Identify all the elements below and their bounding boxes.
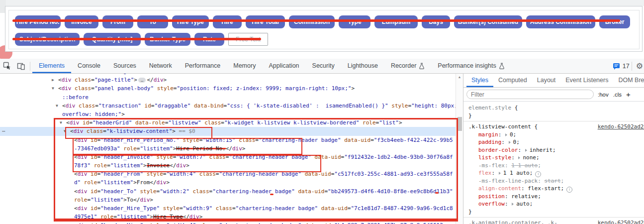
code-line[interactable]: ▼<div class="panel panel-body" style="po… — [0, 84, 456, 93]
tab-sources[interactable]: Sources — [107, 59, 143, 73]
column-badge[interactable]: Hire Type — [172, 15, 209, 28]
styles-filter-input[interactable] — [466, 90, 594, 99]
code-line[interactable]: -73467edb093a" role="listitem">Hire Peri… — [0, 144, 456, 153]
column-badge[interactable]: Bunker Type — [145, 33, 190, 46]
tab-application[interactable]: Application — [262, 59, 305, 73]
css-declaration[interactable]: -ms-flex-line-pack: start; — [463, 177, 644, 185]
tab-performance-insights[interactable]: Performance insights — [431, 59, 511, 73]
tab-console[interactable]: Console — [71, 59, 107, 73]
column-badge[interactable]: Bunker(s) Consumed — [454, 15, 522, 28]
tab-recorder[interactable]: Recorder — [384, 59, 431, 73]
sidebar-tab-layout[interactable]: Layout — [532, 73, 561, 87]
expand-inline-button[interactable]: … — [138, 78, 146, 83]
css-selector-line[interactable]: element.style { — [463, 104, 644, 112]
column-badge[interactable]: Lumpsum — [374, 15, 418, 28]
code-line[interactable]: role="listitem">To</div> — [0, 196, 456, 204]
scrollbar-up-arrow[interactable]: ▲ — [456, 73, 463, 79]
new-style-rule-button[interactable]: + — [626, 90, 631, 99]
code-line[interactable]: ▼<div class="transaction" id="draggable"… — [0, 102, 456, 110]
stylesheet-link[interactable]: kendo-62502ad28 — [598, 219, 644, 224]
code-line[interactable]: 78f3" role="listitem">Invoice</div> — [0, 161, 456, 170]
elements-tree-panel[interactable]: <div class="chartering" id="transactiona… — [0, 73, 456, 224]
code-line[interactable]: 4975e1" role="listitem">Hire Type</div> — [0, 213, 456, 221]
column-badge[interactable]: Type — [339, 15, 370, 28]
column-badge[interactable]: Subject/Description — [15, 33, 80, 46]
code-line[interactable]: <div id="header_Hire" style="width:4" cl… — [0, 221, 456, 224]
tab-security[interactable]: Security — [306, 59, 341, 73]
scrollbar-thumb[interactable] — [458, 117, 462, 131]
tab-elements[interactable]: Elements — [32, 59, 71, 73]
tab-lighthouse[interactable]: Lighthouse — [341, 59, 384, 73]
css-declaration[interactable]: position: relative; — [463, 193, 644, 201]
code-line[interactable]: <div id="header_Hire_Type" style="width:… — [0, 204, 456, 213]
elements-scrollbar[interactable]: ▲ — [456, 73, 463, 224]
code-line[interactable]: d" role="listitem">From</div> — [0, 178, 456, 187]
expand-triangle-icon[interactable] — [518, 156, 520, 159]
column-badge[interactable]: Hire Period No. — [15, 15, 61, 28]
css-selector-line[interactable]: .k-listview-content {kendo-62502ad28 — [463, 123, 644, 131]
expand-triangle-icon[interactable] — [499, 172, 501, 175]
code-line[interactable]: <div id="header_Invoice" style="width:7"… — [0, 153, 456, 161]
element-classes-toggle[interactable]: .cls — [613, 92, 622, 98]
css-selector-line[interactable]: .k-animation-container, .k-kendo-62502ad… — [463, 219, 644, 224]
column-badge[interactable]: Days — [422, 15, 450, 28]
sidebar-tab-computed[interactable]: Computed — [493, 73, 532, 87]
expand-triangle-icon[interactable] — [509, 141, 511, 144]
column-badge[interactable]: Hire Total — [246, 15, 285, 28]
css-selector-line[interactable]: } — [463, 112, 644, 120]
css-declaration[interactable]: margin: 0; — [463, 131, 644, 139]
console-messages-icon[interactable] — [613, 63, 620, 70]
code-line[interactable]: ::before — [0, 93, 456, 102]
info-icon[interactable]: i — [535, 171, 541, 177]
expanded-arrow-icon[interactable]: ▼ — [64, 127, 70, 135]
column-badge[interactable]: Quantity [mts] — [84, 33, 141, 46]
devtools-tab-strip: ElementsConsoleSourcesNetworkPerformance… — [32, 59, 511, 73]
css-declaration[interactable]: padding: 0; — [463, 138, 644, 146]
sidebar-tab-event-listeners[interactable]: Event Listeners — [560, 73, 613, 87]
code-line[interactable]: <div id="header_Hire_Period_No." style="… — [0, 136, 456, 144]
css-declaration[interactable]: -ms-flex: 1 1 auto; — [463, 162, 644, 170]
expanded-arrow-icon[interactable]: ▼ — [60, 118, 66, 127]
tab-performance[interactable]: Performance — [179, 59, 227, 73]
stylesheet-link[interactable]: kendo-62502ad28 — [598, 123, 644, 131]
sidebar-tab-styles[interactable]: Styles — [466, 73, 493, 87]
expand-triangle-icon[interactable] — [525, 149, 527, 152]
column-badge[interactable]: Address Commission — [526, 15, 595, 28]
expand-triangle-icon[interactable] — [512, 203, 514, 206]
column-badge[interactable]: Rate — [194, 33, 224, 46]
column-badge[interactable]: Free Text — [228, 33, 268, 46]
column-badge[interactable]: Broker — [599, 15, 630, 28]
code-line[interactable]: <div id="header_To" style="width:2" clas… — [0, 187, 456, 196]
column-badge[interactable]: Invoice — [65, 15, 98, 28]
css-declaration[interactable]: align-content: flex-start;i — [463, 185, 644, 193]
column-badge[interactable]: From — [102, 15, 133, 28]
code-line[interactable]: ⋯▼<div class="k-listview-content"> == $0 — [0, 127, 456, 135]
column-badge[interactable]: Hire — [213, 15, 242, 28]
column-badge[interactable]: To — [137, 15, 168, 28]
tab-memory[interactable]: Memory — [227, 59, 262, 73]
devtools-toolbar: ElementsConsoleSourcesNetworkPerformance… — [0, 59, 644, 74]
code-line[interactable]: ▼<div id="headerGrid" data-role="listvie… — [0, 118, 456, 127]
device-toolbar-icon[interactable] — [14, 59, 28, 73]
css-declaration[interactable]: flex: 1 1 auto;i — [463, 169, 644, 177]
gutter-ellipsis[interactable]: ⋯ — [2, 127, 5, 135]
pseudo-state-toggle[interactable]: :hov — [598, 92, 609, 98]
settings-gear-icon[interactable]: ⚙ — [636, 61, 643, 71]
expand-triangle-icon[interactable] — [505, 133, 507, 136]
console-summary[interactable]: 17 — [613, 63, 630, 70]
tab-network[interactable]: Network — [143, 59, 179, 73]
expanded-arrow-icon[interactable]: ▼ — [52, 84, 58, 93]
css-declaration[interactable]: border-color: inherit; — [463, 146, 644, 154]
sidebar-tab-dom-breakpoints[interactable]: DOM Breakpoints — [613, 73, 644, 87]
css-declaration[interactable]: overflow: auto; — [463, 200, 644, 208]
code-line[interactable]: <div id="header_From" style="width:4" cl… — [0, 170, 456, 178]
code-line[interactable]: ▶<div class="page-title">…</div> — [0, 76, 456, 84]
code-line[interactable]: overflow: hidden;"> — [0, 110, 456, 118]
css-selector-line[interactable]: } — [463, 208, 644, 216]
column-badge[interactable]: Commission — [289, 15, 335, 28]
inspect-icon[interactable] — [0, 59, 14, 73]
info-icon[interactable]: i — [566, 187, 572, 193]
collapsed-arrow-icon[interactable]: ▶ — [52, 76, 58, 84]
css-declaration[interactable]: list-style: none; — [463, 154, 644, 162]
expanded-arrow-icon[interactable]: ▼ — [56, 102, 62, 110]
